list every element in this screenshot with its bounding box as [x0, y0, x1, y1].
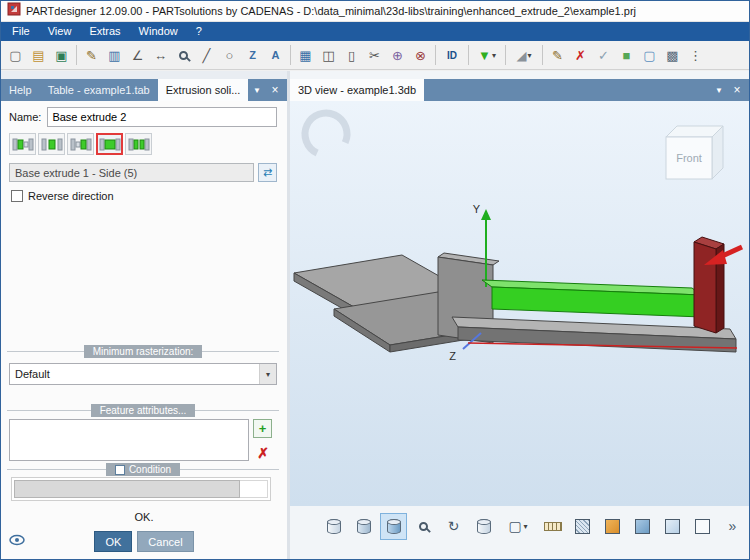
tab-list-button[interactable]: ▼: [711, 82, 727, 98]
cancel-button[interactable]: Cancel: [137, 531, 193, 552]
table-view-button[interactable]: ▦: [294, 44, 317, 67]
attributes-input[interactable]: [9, 419, 249, 461]
apply-feature-button[interactable]: ✓: [592, 44, 615, 67]
spin-view-button[interactable]: [470, 513, 497, 540]
dimension-tool-button[interactable]: ↔: [149, 44, 172, 67]
3d-viewport[interactable]: Front: [290, 101, 749, 506]
sort-a-icon: A: [272, 50, 280, 61]
gear-icon: ⊕: [392, 49, 403, 62]
id-tool-button[interactable]: ID: [439, 44, 465, 67]
grid-view-button[interactable]: ▩: [661, 44, 684, 67]
pencil-icon: ✎: [86, 49, 97, 62]
menu-file[interactable]: File: [3, 22, 39, 41]
tab-list-button[interactable]: ▼: [249, 82, 265, 98]
new-document-icon: ▢: [9, 49, 21, 62]
extrude-type-both-button[interactable]: [125, 133, 152, 155]
attributes-group-label: Feature attributes...: [91, 404, 196, 417]
circle-tool-button[interactable]: ○: [218, 44, 241, 67]
color-dropdown-button[interactable]: ▼▾: [472, 44, 502, 67]
tab-help[interactable]: Help: [1, 79, 40, 101]
attach-tool-button[interactable]: ⊗: [409, 44, 432, 67]
wireframe-view-button[interactable]: ▢: [638, 44, 661, 67]
light-cube-button[interactable]: [659, 513, 686, 540]
end-plate: [694, 237, 724, 333]
raster-value: Default: [10, 364, 259, 384]
titlebar[interactable]: PARTdesigner 12.09.00 - PARTsolutions by…: [1, 1, 749, 22]
close-panel-button[interactable]: ×: [267, 82, 283, 98]
tab-extrusion-solid[interactable]: Extrusion soli...: [158, 79, 249, 101]
condition-checkbox[interactable]: [115, 465, 125, 475]
pencil-tool-button[interactable]: ✎: [80, 44, 103, 67]
view-textured-button[interactable]: [380, 513, 407, 540]
condition-group-header: Condition: [7, 463, 279, 477]
ruler-icon: [544, 522, 562, 531]
tab-table[interactable]: Table - example1.tab: [40, 79, 158, 101]
extrude-type-side-button-selected[interactable]: [96, 133, 123, 155]
scissors-icon: ✂: [369, 49, 380, 62]
settings-tool-button[interactable]: ⊕: [386, 44, 409, 67]
view-wireframe-button[interactable]: [320, 513, 347, 540]
delete-attribute-button[interactable]: ✗: [254, 444, 272, 462]
dropdown-icon: ▾: [492, 51, 496, 60]
sort-ascending-button[interactable]: A: [264, 44, 287, 67]
more-dots-icon: ⋮: [689, 49, 702, 62]
green-triangle-icon: ▼: [478, 49, 491, 62]
name-input[interactable]: [47, 107, 277, 127]
mesh-view-button[interactable]: [569, 513, 596, 540]
zoom-tool-button[interactable]: [172, 44, 195, 67]
reverse-direction-checkbox[interactable]: [11, 190, 23, 202]
toolbar-separator: [542, 45, 543, 65]
combo-arrow-icon[interactable]: ▾: [259, 364, 276, 384]
open-project-button[interactable]: ▤: [27, 44, 50, 67]
ruler-button[interactable]: [539, 513, 566, 540]
condition-input[interactable]: [14, 480, 240, 498]
cut-tool-button[interactable]: ✂: [363, 44, 386, 67]
menu-help[interactable]: ?: [187, 22, 211, 41]
blocks-tool-button[interactable]: ▥: [103, 44, 126, 67]
add-attribute-button[interactable]: +: [253, 419, 272, 438]
more-tools-button[interactable]: »: [719, 513, 746, 540]
menu-view[interactable]: View: [39, 22, 81, 41]
material-cube-button[interactable]: [599, 513, 626, 540]
shaded-cube-button[interactable]: [629, 513, 656, 540]
raster-combobox[interactable]: Default ▾: [9, 363, 277, 385]
extrude-type-left-button[interactable]: [9, 133, 36, 155]
solid-view-button[interactable]: ■: [615, 44, 638, 67]
edit-feature-button[interactable]: ✎: [546, 44, 569, 67]
sort-descending-button[interactable]: Z: [241, 44, 264, 67]
extrude-left-icon: [12, 137, 34, 152]
outline-cube-button[interactable]: [689, 513, 716, 540]
left-tabbar: Help Table - example1.tab Extrusion soli…: [1, 79, 287, 101]
rotate-view-button[interactable]: ↻: [440, 513, 467, 540]
window-view-button[interactable]: ▯: [340, 44, 363, 67]
raster-group-label: Minimum rasterization:: [84, 345, 203, 358]
angle-tool-button[interactable]: ∠: [126, 44, 149, 67]
tab-3d-view[interactable]: 3D view - example1.3db: [290, 79, 424, 101]
spin-cylinder-icon: [477, 519, 491, 534]
extrude-type-right-button[interactable]: [67, 133, 94, 155]
ok-button[interactable]: OK: [94, 531, 132, 552]
menu-extras[interactable]: Extras: [80, 22, 129, 41]
id-icon: ID: [447, 50, 457, 61]
cylinder-textured-icon: [387, 519, 401, 534]
visibility-toggle-button[interactable]: [9, 534, 25, 549]
red-x-icon: ✗: [257, 445, 269, 461]
view-cube[interactable]: Front: [666, 126, 723, 179]
menu-window[interactable]: Window: [130, 22, 187, 41]
save-button[interactable]: ▣: [50, 44, 73, 67]
overflow-menu-button[interactable]: ⋮: [684, 44, 707, 67]
circle-icon: ○: [226, 49, 234, 62]
close-view-button[interactable]: ×: [729, 82, 745, 98]
new-document-button[interactable]: ▢: [4, 44, 27, 67]
delete-feature-button[interactable]: ✗: [569, 44, 592, 67]
main-toolbar: ▢ ▤ ▣ ✎ ▥ ∠ ↔ ╱ ○ Z A ▦ ◫ ▯ ✂ ⊕ ⊗ ID ▼▾ …: [1, 41, 749, 70]
view-shaded-button[interactable]: [350, 513, 377, 540]
pick-reference-button[interactable]: ⇄: [258, 163, 277, 182]
zoom-button[interactable]: [410, 513, 437, 540]
rotate-icon: ↻: [448, 519, 460, 533]
measure-tools-button[interactable]: ▢▾: [500, 513, 536, 540]
extrude-type-center-button[interactable]: [38, 133, 65, 155]
thread-dropdown-button[interactable]: ◢▾: [509, 44, 539, 67]
split-view-button[interactable]: ◫: [317, 44, 340, 67]
line-tool-button[interactable]: ╱: [195, 44, 218, 67]
